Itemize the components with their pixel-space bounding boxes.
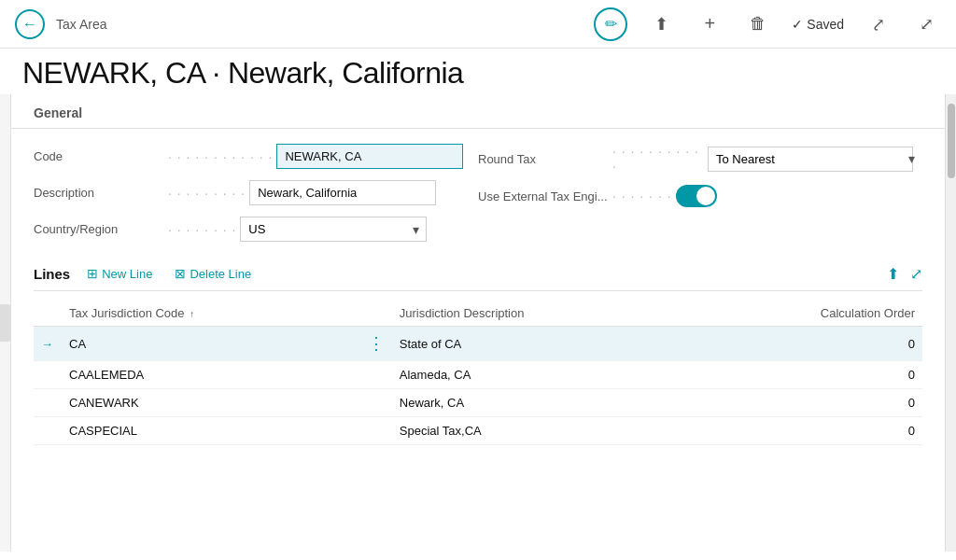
row-context-cell[interactable]	[360, 417, 392, 445]
row-code-cell[interactable]: CASPECIAL	[62, 417, 360, 445]
round-tax-dots: · · · · · · · · · · ·	[612, 144, 704, 174]
check-icon: ✓	[792, 17, 803, 32]
row-order-cell: 0	[690, 417, 923, 445]
expand-button[interactable]: ⤢	[911, 9, 941, 39]
row-arrow-icon: →	[41, 337, 53, 351]
table-row[interactable]: CANEWARKNewark, CA0	[34, 389, 922, 417]
row-order-cell: 0	[690, 389, 923, 417]
col-tax-jurisdiction-code: Tax Jurisdiction Code ↑	[62, 301, 360, 327]
lines-title: Lines	[34, 266, 70, 282]
form-right: Round Tax · · · · · · · · · · · To Neare…	[478, 144, 922, 242]
row-description-cell[interactable]: Special Tax,CA	[392, 417, 690, 445]
edit-icon: ✏	[605, 15, 617, 33]
lines-table: Tax Jurisdiction Code ↑ Jurisdiction Des…	[34, 301, 922, 445]
external-tax-field-row: Use External Tax Engi... · · · · · · ·	[478, 185, 922, 207]
toggle-thumb	[696, 187, 715, 205]
country-dots: · · · · · · · ·	[168, 222, 236, 237]
row-description-cell[interactable]: Alameda, CA	[392, 361, 690, 389]
delete-button[interactable]: 🗑	[743, 9, 773, 39]
form-left: Code · · · · · · · · · · · · Description…	[34, 144, 478, 242]
code-dots: · · · · · · · · · · · ·	[168, 149, 273, 164]
delete-line-button[interactable]: ⊠ Delete Line	[169, 264, 257, 283]
new-line-label: New Line	[102, 267, 152, 281]
round-tax-label: Round Tax	[478, 152, 609, 166]
share-button[interactable]: ⬆	[646, 9, 676, 39]
delete-line-label: Delete Line	[190, 267, 251, 281]
round-tax-select[interactable]: To Nearest Up Down	[708, 147, 913, 172]
row-context-cell[interactable]: ⋮	[360, 327, 392, 361]
lines-right-icons: ⬆ ⤢	[887, 265, 922, 283]
col-jurisdiction-description: Jurisdiction Description	[392, 301, 690, 327]
new-line-button[interactable]: ⊞ New Line	[81, 264, 158, 283]
round-tax-field-row: Round Tax · · · · · · · · · · · To Neare…	[478, 144, 922, 174]
main-panel: General Code · · · · · · · · · · · · Des…	[11, 94, 945, 552]
toolbar-icons: ✏ ⬆ + 🗑 ✓ Saved ⤤ ⤢	[594, 7, 941, 41]
row-order-cell: 0	[690, 361, 923, 389]
table-row[interactable]: CASPECIALSpecial Tax,CA0	[34, 417, 922, 445]
row-arrow-cell	[34, 361, 62, 389]
sort-icon: ↑	[190, 309, 194, 319]
description-input[interactable]	[249, 180, 436, 205]
row-code-cell[interactable]: CAALEMEDA	[62, 361, 360, 389]
delete-line-icon: ⊠	[175, 266, 186, 281]
lines-share-button[interactable]: ⬆	[887, 265, 899, 283]
back-icon: ←	[22, 16, 37, 33]
row-order-cell: 0	[690, 327, 923, 361]
left-indicator	[0, 94, 11, 552]
saved-indicator: ✓ Saved	[792, 17, 844, 32]
delete-icon: 🗑	[750, 14, 766, 34]
add-icon: +	[704, 13, 715, 35]
form-grid: Code · · · · · · · · · · · · Description…	[11, 129, 945, 257]
row-code-cell[interactable]: CANEWARK	[62, 389, 360, 417]
code-label: Code	[34, 149, 164, 163]
page-title: NEWARK, CA · Newark, California	[0, 49, 956, 94]
top-bar: ← Tax Area ✏ ⬆ + 🗑 ✓ Saved ⤤ ⤢	[0, 0, 956, 49]
country-label: Country/Region	[34, 222, 164, 236]
col-context	[360, 301, 392, 327]
scrollbar-track[interactable]	[945, 94, 956, 552]
row-description-cell[interactable]: State of CA	[392, 327, 690, 361]
row-context-cell[interactable]	[360, 361, 392, 389]
new-line-icon: ⊞	[87, 266, 98, 281]
lines-header: Lines ⊞ New Line ⊠ Delete Line ⬆ ⤢	[34, 264, 922, 291]
saved-label-text: Saved	[807, 17, 844, 32]
col-arrow	[34, 301, 62, 327]
table-row[interactable]: CAALEMEDAAlameda, CA0	[34, 361, 922, 389]
row-code-cell[interactable]: CA	[62, 327, 360, 361]
code-field-row: Code · · · · · · · · · · · ·	[34, 144, 478, 169]
row-arrow-cell	[34, 389, 62, 417]
breadcrumb: Tax Area	[56, 17, 106, 32]
expand-icon: ⤢	[920, 14, 934, 35]
row-description-cell[interactable]: Newark, CA	[392, 389, 690, 417]
country-select[interactable]: US CA MX GB	[240, 217, 427, 242]
content-area: General Code · · · · · · · · · · · · Des…	[0, 94, 956, 552]
left-tab	[0, 304, 11, 342]
lines-expand-button[interactable]: ⤢	[910, 265, 922, 283]
back-button[interactable]: ←	[15, 9, 45, 39]
col-calculation-order: Calculation Order	[690, 301, 923, 327]
popout-button[interactable]: ⤤	[863, 9, 893, 39]
table-row[interactable]: →CA⋮State of CA0	[34, 327, 922, 361]
row-arrow-cell	[34, 417, 62, 445]
scrollbar-thumb[interactable]	[948, 104, 955, 178]
section-heading: General	[11, 94, 945, 129]
description-field-row: Description · · · · · · · · ·	[34, 180, 478, 205]
edit-button[interactable]: ✏	[594, 7, 627, 41]
external-tax-label: Use External Tax Engi...	[478, 189, 609, 203]
description-label: Description	[34, 186, 164, 200]
round-tax-select-wrapper: To Nearest Up Down	[708, 147, 922, 172]
context-menu-icon[interactable]: ⋮	[368, 334, 385, 353]
popout-icon: ⤤	[871, 14, 885, 35]
table-header-row: Tax Jurisdiction Code ↑ Jurisdiction Des…	[34, 301, 922, 327]
external-tax-toggle[interactable]	[676, 185, 717, 207]
share-icon: ⬆	[654, 14, 668, 35]
row-arrow-cell: →	[34, 327, 62, 361]
code-input[interactable]	[276, 144, 463, 169]
external-tax-dots: · · · · · · ·	[612, 189, 672, 203]
country-select-wrapper: US CA MX GB	[240, 217, 427, 242]
lines-section: Lines ⊞ New Line ⊠ Delete Line ⬆ ⤢	[11, 257, 945, 453]
country-field-row: Country/Region · · · · · · · · US CA MX …	[34, 217, 478, 242]
add-button[interactable]: +	[695, 9, 724, 39]
row-context-cell[interactable]	[360, 389, 392, 417]
description-dots: · · · · · · · · ·	[168, 186, 246, 201]
